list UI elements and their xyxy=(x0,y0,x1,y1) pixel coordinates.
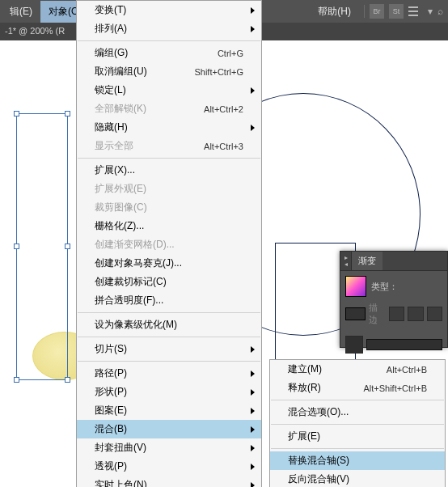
menu-separator xyxy=(78,337,260,337)
menu-edit[interactable]: 辑(E) xyxy=(2,1,40,23)
menu-item-label: 图案(E) xyxy=(95,404,127,417)
menu-item[interactable]: 形状(P) xyxy=(77,383,261,401)
selection-handle[interactable] xyxy=(65,377,70,383)
selection-box xyxy=(16,113,68,380)
menu-item[interactable]: 切片(S) xyxy=(77,340,261,358)
selection-handle[interactable] xyxy=(14,111,19,116)
menu-item[interactable]: 栅格化(Z)... xyxy=(77,217,261,235)
menu-item-label: 扩展外观(E) xyxy=(95,182,146,196)
menu-item-label: 栅格化(Z)... xyxy=(95,219,144,233)
menu-item[interactable]: 隐藏(H) xyxy=(77,118,261,137)
menu-item: 扩展外观(E) xyxy=(77,180,261,198)
menu-item[interactable]: 封套扭曲(V) xyxy=(77,438,261,457)
menu-item[interactable]: 实时上色(N) xyxy=(77,476,261,487)
selection-handle[interactable] xyxy=(65,111,70,116)
stroke-label: 描边 xyxy=(369,302,386,326)
chevron-down-icon[interactable]: ▾ xyxy=(428,6,433,17)
menu-item[interactable]: 路径(P) xyxy=(77,364,261,383)
menu-item[interactable]: 扩展(E) xyxy=(270,427,445,446)
object-menu: 变换(T)排列(A)编组(G)Ctrl+G取消编组(U)Shift+Ctrl+G… xyxy=(76,0,262,487)
gradient-swatch[interactable] xyxy=(345,276,366,297)
menu-item-label: 混合(B) xyxy=(95,422,127,436)
menu-item-label: 路径(P) xyxy=(95,366,127,380)
menu-item[interactable]: 替换混合轴(S) xyxy=(270,451,445,470)
menu-item[interactable]: 排列(A) xyxy=(77,19,261,38)
stroke-option-icon[interactable] xyxy=(408,307,423,321)
menu-item-shortcut: Alt+Shift+Ctrl+B xyxy=(350,383,427,393)
panel-tab-gradient[interactable]: 渐变 xyxy=(352,252,382,270)
menu-item-label: 实时上色(N) xyxy=(95,478,147,487)
menu-help[interactable]: 帮助(H) xyxy=(310,1,359,23)
menu-item[interactable]: 创建裁切标记(C) xyxy=(77,273,261,291)
panel-collapse-icon[interactable]: ▸◂ xyxy=(340,252,352,270)
menu-item-label: 透视(P) xyxy=(95,459,127,473)
menu-item[interactable]: 释放(R)Alt+Shift+Ctrl+B xyxy=(270,379,445,397)
menu-separator xyxy=(78,361,260,362)
menu-item-label: 锁定(L) xyxy=(95,83,126,97)
gradient-panel: ▸◂ 渐变 类型： 描边 xyxy=(340,251,448,348)
menu-item[interactable]: 图案(E) xyxy=(77,401,261,420)
menu-item-label: 拼合透明度(F)... xyxy=(95,294,163,307)
menu-item-shortcut: Alt+Ctrl+3 xyxy=(191,142,243,151)
menu-separator xyxy=(78,312,260,313)
menu-item[interactable]: 取消编组(U)Shift+Ctrl+G xyxy=(77,62,261,81)
menu-item[interactable]: 编组(G)Ctrl+G xyxy=(77,44,261,62)
menu-item-label: 排列(A) xyxy=(95,22,127,36)
menu-item-label: 创建对象马赛克(J)... xyxy=(95,256,182,270)
menu-item-label: 封套扭曲(V) xyxy=(95,441,146,455)
menu-item-label: 建立(M) xyxy=(288,362,322,376)
blend-submenu: 建立(M)Alt+Ctrl+B释放(R)Alt+Shift+Ctrl+B混合选项… xyxy=(269,359,446,487)
menu-item-label: 释放(R) xyxy=(288,381,321,395)
stock-icon[interactable]: St xyxy=(389,4,404,19)
document-title: -1* @ 200% (R xyxy=(5,26,65,36)
gradient-tool-icon[interactable] xyxy=(345,336,363,354)
menu-separator xyxy=(78,158,260,159)
menu-item-label: 创建渐变网格(D)... xyxy=(95,238,175,252)
menu-item[interactable]: 拼合透明度(F)... xyxy=(77,291,261,310)
workspace-icon[interactable] xyxy=(408,4,423,19)
menu-separator xyxy=(271,448,444,449)
menu-item[interactable]: 锁定(L) xyxy=(77,81,261,100)
menu-item[interactable]: 反向混合轴(V) xyxy=(270,470,445,487)
gradient-slider[interactable] xyxy=(366,339,442,350)
gradient-sample[interactable] xyxy=(345,307,366,320)
bridge-icon[interactable]: Br xyxy=(370,4,384,19)
menu-item-label: 形状(P) xyxy=(95,385,127,399)
search-icon[interactable]: ⌕ xyxy=(437,6,443,17)
stroke-option-icon[interactable] xyxy=(427,307,442,321)
menu-item-label: 编组(G) xyxy=(95,46,128,60)
selection-handle[interactable] xyxy=(14,377,19,383)
selection-handle[interactable] xyxy=(14,244,19,249)
panel-header: ▸◂ 渐变 xyxy=(340,252,447,271)
menu-item: 全部解锁(K)Alt+Ctrl+2 xyxy=(77,100,261,118)
gradient-type-label: 类型： xyxy=(371,281,398,293)
menu-item-label: 替换混合轴(S) xyxy=(288,454,349,468)
menu-item[interactable]: 混合(B) xyxy=(77,420,261,438)
menu-item-label: 变换(T) xyxy=(95,3,126,17)
menu-item[interactable]: 设为像素级优化(M) xyxy=(77,315,261,334)
menu-item-label: 混合选项(O)... xyxy=(288,405,349,419)
menu-item[interactable]: 创建对象马赛克(J)... xyxy=(77,254,261,273)
menu-item[interactable]: 变换(T) xyxy=(77,1,261,19)
menu-item-label: 设为像素级优化(M) xyxy=(95,318,177,332)
menu-item[interactable]: 透视(P) xyxy=(77,457,261,476)
menu-item-shortcut: Alt+Ctrl+2 xyxy=(191,104,243,114)
menubar-divider xyxy=(364,5,365,18)
menu-item[interactable]: 混合选项(O)... xyxy=(270,403,445,421)
menu-item-label: 反向混合轴(V) xyxy=(288,472,349,486)
selection-handle[interactable] xyxy=(65,244,70,249)
menu-item: 裁剪图像(C) xyxy=(77,198,261,217)
menu-item-label: 显示全部 xyxy=(95,139,133,153)
menu-item[interactable]: 建立(M)Alt+Ctrl+B xyxy=(270,360,445,379)
stroke-option-icon[interactable] xyxy=(389,307,404,321)
menu-separator xyxy=(78,40,260,41)
menu-item-shortcut: Shift+Ctrl+G xyxy=(181,67,243,77)
menu-item-label: 扩展(E) xyxy=(288,430,320,443)
menu-item: 显示全部Alt+Ctrl+3 xyxy=(77,137,261,155)
menu-item-shortcut: Ctrl+G xyxy=(205,49,243,58)
menu-separator xyxy=(271,400,444,400)
menu-item-label: 全部解锁(K) xyxy=(95,102,146,116)
menu-item-label: 创建裁切标记(C) xyxy=(95,275,167,289)
menu-item[interactable]: 扩展(X)... xyxy=(77,161,261,180)
menu-item-label: 取消编组(U) xyxy=(95,65,147,78)
